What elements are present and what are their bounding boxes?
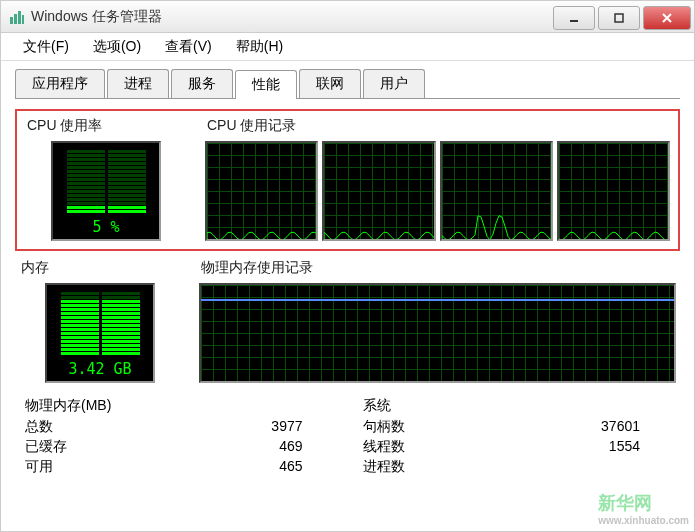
watermark: 新华网 www.xinhuato.com (598, 491, 689, 526)
svg-rect-3 (22, 15, 24, 24)
svg-rect-5 (615, 14, 623, 22)
handles-value: 37601 (601, 418, 640, 436)
available-label: 可用 (25, 458, 53, 476)
menu-help[interactable]: 帮助(H) (224, 34, 295, 60)
cached-value: 469 (279, 438, 302, 456)
cpu-usage-value: 5 % (92, 218, 119, 236)
tab-strip: 应用程序 进程 服务 性能 联网 用户 (15, 69, 680, 99)
system-title: 系统 (363, 397, 671, 415)
menubar: 文件(F) 选项(O) 查看(V) 帮助(H) (1, 33, 694, 61)
threads-label: 线程数 (363, 438, 405, 456)
maximize-button[interactable] (598, 6, 640, 30)
close-button[interactable] (643, 6, 691, 30)
titlebar: Windows 任务管理器 (1, 1, 694, 33)
watermark-text: 新华网 (598, 493, 652, 513)
available-value: 465 (279, 458, 302, 476)
cpu-history-chart-3 (440, 141, 553, 241)
stats-section: 物理内存(MB) 总数3977 已缓存469 可用465 系统 句柄数37601… (15, 397, 680, 477)
performance-panel: CPU 使用率 5 % CPU 使用记录 (15, 109, 680, 477)
menu-view[interactable]: 查看(V) (153, 34, 224, 60)
window-controls (553, 4, 694, 30)
cpu-highlight: CPU 使用率 5 % CPU 使用记录 (15, 109, 680, 251)
total-value: 3977 (271, 418, 302, 436)
window-title: Windows 任务管理器 (31, 8, 162, 26)
cpu-history-label: CPU 使用记录 (201, 115, 674, 137)
svg-rect-2 (18, 11, 21, 24)
menu-options[interactable]: 选项(O) (81, 34, 153, 60)
tab-performance[interactable]: 性能 (235, 70, 297, 99)
tab-users[interactable]: 用户 (363, 69, 425, 98)
cpu-history-chart-2 (322, 141, 435, 241)
tab-networking[interactable]: 联网 (299, 69, 361, 98)
memory-usage-value: 3.42 GB (68, 360, 131, 378)
minimize-button[interactable] (553, 6, 595, 30)
total-label: 总数 (25, 418, 53, 436)
cpu-usage-group: CPU 使用率 5 % (21, 115, 191, 245)
memory-label: 内存 (15, 257, 185, 279)
content-area: 应用程序 进程 服务 性能 联网 用户 CPU 使用率 (1, 61, 694, 485)
cpu-history-chart-1 (205, 141, 318, 241)
svg-rect-1 (14, 14, 17, 24)
memory-gauge: 3.42 GB (45, 283, 155, 383)
task-manager-window: Windows 任务管理器 文件(F) 选项(O) 查看(V) 帮助(H) 应用… (0, 0, 695, 532)
tab-applications[interactable]: 应用程序 (15, 69, 105, 98)
handles-label: 句柄数 (363, 418, 405, 436)
memory-usage-group: 内存 3.42 GB (15, 257, 185, 387)
app-icon (9, 9, 25, 25)
menu-file[interactable]: 文件(F) (11, 34, 81, 60)
tab-services[interactable]: 服务 (171, 69, 233, 98)
physical-memory-stats: 物理内存(MB) 总数3977 已缓存469 可用465 (25, 397, 333, 477)
memory-history-label: 物理内存使用记录 (195, 257, 680, 279)
cpu-usage-label: CPU 使用率 (21, 115, 191, 137)
cpu-history-chart-4 (557, 141, 670, 241)
physical-memory-title: 物理内存(MB) (25, 397, 333, 415)
cpu-history-group: CPU 使用记录 (201, 115, 674, 245)
threads-value: 1554 (609, 438, 640, 456)
system-stats: 系统 句柄数37601 线程数1554 进程数 (363, 397, 671, 477)
memory-history-chart (199, 283, 676, 383)
processes-label: 进程数 (363, 458, 405, 476)
tab-processes[interactable]: 进程 (107, 69, 169, 98)
watermark-url: www.xinhuato.com (598, 515, 689, 526)
cached-label: 已缓存 (25, 438, 67, 456)
cpu-gauge: 5 % (51, 141, 161, 241)
svg-rect-0 (10, 17, 13, 24)
memory-history-group: 物理内存使用记录 (195, 257, 680, 387)
